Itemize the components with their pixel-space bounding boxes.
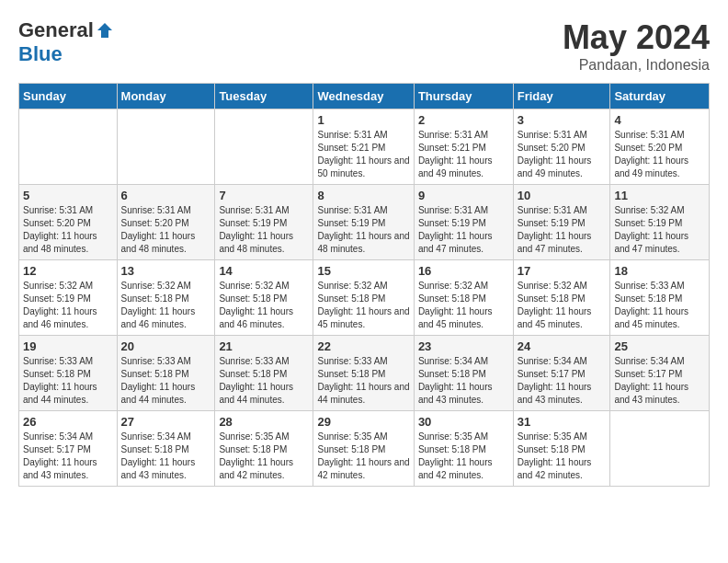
day-number: 29: [317, 415, 409, 429]
page-header: General Blue May 2024 Pandaan, Indonesia: [18, 18, 710, 74]
weekday-header: Saturday: [610, 84, 710, 109]
calendar-cell: 8Sunrise: 5:31 AM Sunset: 5:19 PM Daylig…: [313, 185, 414, 260]
calendar-cell: 4Sunrise: 5:31 AM Sunset: 5:20 PM Daylig…: [610, 109, 710, 185]
day-info: Sunrise: 5:32 AM Sunset: 5:19 PM Dayligh…: [23, 280, 113, 331]
calendar-week-row: 5Sunrise: 5:31 AM Sunset: 5:20 PM Daylig…: [19, 185, 710, 260]
day-number: 26: [23, 415, 113, 429]
month-title: May 2024: [563, 18, 710, 57]
calendar-cell: 5Sunrise: 5:31 AM Sunset: 5:20 PM Daylig…: [19, 185, 118, 260]
calendar-cell: 2Sunrise: 5:31 AM Sunset: 5:21 PM Daylig…: [414, 109, 513, 185]
day-info: Sunrise: 5:31 AM Sunset: 5:19 PM Dayligh…: [418, 204, 509, 256]
logo-blue: Blue: [18, 42, 63, 66]
calendar-header-row: SundayMondayTuesdayWednesdayThursdayFrid…: [19, 84, 710, 109]
calendar-cell: 7Sunrise: 5:31 AM Sunset: 5:19 PM Daylig…: [215, 185, 313, 260]
calendar-cell: 12Sunrise: 5:32 AM Sunset: 5:19 PM Dayli…: [19, 260, 118, 336]
calendar-cell: 17Sunrise: 5:32 AM Sunset: 5:18 PM Dayli…: [513, 260, 610, 336]
day-info: Sunrise: 5:33 AM Sunset: 5:18 PM Dayligh…: [219, 355, 309, 407]
calendar-cell: 31Sunrise: 5:35 AM Sunset: 5:18 PM Dayli…: [513, 411, 610, 487]
calendar-cell: 29Sunrise: 5:35 AM Sunset: 5:18 PM Dayli…: [313, 411, 414, 487]
calendar-cell: 15Sunrise: 5:32 AM Sunset: 5:18 PM Dayli…: [313, 260, 414, 336]
day-info: Sunrise: 5:31 AM Sunset: 5:20 PM Dayligh…: [614, 129, 705, 180]
weekday-header: Wednesday: [313, 84, 414, 109]
day-number: 11: [614, 189, 705, 202]
day-info: Sunrise: 5:33 AM Sunset: 5:18 PM Dayligh…: [23, 355, 113, 407]
calendar-cell: [117, 109, 215, 185]
day-number: 22: [317, 339, 409, 353]
calendar-cell: [215, 109, 313, 185]
day-number: 17: [518, 264, 607, 278]
day-info: Sunrise: 5:33 AM Sunset: 5:18 PM Dayligh…: [614, 280, 705, 331]
calendar-cell: 1Sunrise: 5:31 AM Sunset: 5:21 PM Daylig…: [313, 109, 414, 185]
calendar-cell: 22Sunrise: 5:33 AM Sunset: 5:18 PM Dayli…: [313, 336, 414, 411]
logo-icon: [96, 21, 114, 40]
day-info: Sunrise: 5:35 AM Sunset: 5:18 PM Dayligh…: [418, 431, 509, 482]
day-number: 4: [614, 113, 705, 127]
day-number: 15: [317, 264, 409, 278]
day-number: 12: [23, 264, 113, 278]
day-number: 21: [219, 339, 309, 353]
calendar-cell: 10Sunrise: 5:31 AM Sunset: 5:19 PM Dayli…: [513, 185, 610, 260]
day-number: 1: [317, 113, 409, 127]
calendar-week-row: 1Sunrise: 5:31 AM Sunset: 5:21 PM Daylig…: [19, 109, 710, 185]
logo-general: General: [18, 18, 94, 42]
day-info: Sunrise: 5:34 AM Sunset: 5:18 PM Dayligh…: [418, 355, 509, 407]
day-number: 20: [121, 339, 211, 353]
day-info: Sunrise: 5:35 AM Sunset: 5:18 PM Dayligh…: [518, 431, 607, 482]
calendar-cell: 27Sunrise: 5:34 AM Sunset: 5:18 PM Dayli…: [117, 411, 215, 487]
day-number: 27: [121, 415, 211, 429]
day-number: 16: [418, 264, 509, 278]
day-info: Sunrise: 5:34 AM Sunset: 5:17 PM Dayligh…: [614, 355, 705, 407]
day-info: Sunrise: 5:32 AM Sunset: 5:18 PM Dayligh…: [121, 280, 211, 331]
calendar-cell: 24Sunrise: 5:34 AM Sunset: 5:17 PM Dayli…: [513, 336, 610, 411]
day-number: 3: [518, 113, 607, 127]
calendar-cell: 3Sunrise: 5:31 AM Sunset: 5:20 PM Daylig…: [513, 109, 610, 185]
day-info: Sunrise: 5:34 AM Sunset: 5:18 PM Dayligh…: [121, 431, 211, 482]
day-number: 18: [614, 264, 705, 278]
day-number: 6: [121, 189, 211, 202]
day-info: Sunrise: 5:31 AM Sunset: 5:20 PM Dayligh…: [23, 204, 113, 256]
day-info: Sunrise: 5:34 AM Sunset: 5:17 PM Dayligh…: [518, 355, 607, 407]
logo: General Blue: [18, 18, 114, 66]
calendar-cell: 14Sunrise: 5:32 AM Sunset: 5:18 PM Dayli…: [215, 260, 313, 336]
day-info: Sunrise: 5:31 AM Sunset: 5:19 PM Dayligh…: [219, 204, 309, 256]
day-info: Sunrise: 5:32 AM Sunset: 5:18 PM Dayligh…: [418, 280, 509, 331]
calendar-cell: 23Sunrise: 5:34 AM Sunset: 5:18 PM Dayli…: [414, 336, 513, 411]
weekday-header: Tuesday: [215, 84, 313, 109]
calendar-cell: 9Sunrise: 5:31 AM Sunset: 5:19 PM Daylig…: [414, 185, 513, 260]
day-info: Sunrise: 5:33 AM Sunset: 5:18 PM Dayligh…: [121, 355, 211, 407]
day-info: Sunrise: 5:31 AM Sunset: 5:21 PM Dayligh…: [317, 129, 409, 180]
calendar-cell: 6Sunrise: 5:31 AM Sunset: 5:20 PM Daylig…: [117, 185, 215, 260]
day-number: 25: [614, 339, 705, 353]
day-number: 9: [418, 189, 509, 202]
weekday-header: Sunday: [19, 84, 118, 109]
day-number: 30: [418, 415, 509, 429]
calendar-week-row: 26Sunrise: 5:34 AM Sunset: 5:17 PM Dayli…: [19, 411, 710, 487]
day-info: Sunrise: 5:33 AM Sunset: 5:18 PM Dayligh…: [317, 355, 409, 407]
day-info: Sunrise: 5:35 AM Sunset: 5:18 PM Dayligh…: [219, 431, 309, 482]
calendar-cell: 16Sunrise: 5:32 AM Sunset: 5:18 PM Dayli…: [414, 260, 513, 336]
calendar-cell: 26Sunrise: 5:34 AM Sunset: 5:17 PM Dayli…: [19, 411, 118, 487]
title-area: May 2024 Pandaan, Indonesia: [563, 18, 710, 74]
calendar-cell: 13Sunrise: 5:32 AM Sunset: 5:18 PM Dayli…: [117, 260, 215, 336]
day-number: 5: [23, 189, 113, 202]
day-info: Sunrise: 5:31 AM Sunset: 5:19 PM Dayligh…: [518, 204, 607, 256]
day-info: Sunrise: 5:32 AM Sunset: 5:18 PM Dayligh…: [317, 280, 409, 331]
day-number: 28: [219, 415, 309, 429]
day-info: Sunrise: 5:35 AM Sunset: 5:18 PM Dayligh…: [317, 431, 409, 482]
day-number: 31: [518, 415, 607, 429]
calendar-cell: 18Sunrise: 5:33 AM Sunset: 5:18 PM Dayli…: [610, 260, 710, 336]
calendar-cell: 20Sunrise: 5:33 AM Sunset: 5:18 PM Dayli…: [117, 336, 215, 411]
svg-marker-0: [97, 23, 112, 38]
calendar-cell: 21Sunrise: 5:33 AM Sunset: 5:18 PM Dayli…: [215, 336, 313, 411]
day-number: 24: [518, 339, 607, 353]
day-info: Sunrise: 5:31 AM Sunset: 5:20 PM Dayligh…: [121, 204, 211, 256]
location: Pandaan, Indonesia: [563, 57, 710, 74]
day-info: Sunrise: 5:31 AM Sunset: 5:19 PM Dayligh…: [317, 204, 409, 256]
day-number: 10: [518, 189, 607, 202]
calendar-cell: 28Sunrise: 5:35 AM Sunset: 5:18 PM Dayli…: [215, 411, 313, 487]
day-info: Sunrise: 5:32 AM Sunset: 5:18 PM Dayligh…: [219, 280, 309, 331]
weekday-header: Thursday: [414, 84, 513, 109]
weekday-header: Friday: [513, 84, 610, 109]
calendar-cell: 11Sunrise: 5:32 AM Sunset: 5:19 PM Dayli…: [610, 185, 710, 260]
day-number: 14: [219, 264, 309, 278]
